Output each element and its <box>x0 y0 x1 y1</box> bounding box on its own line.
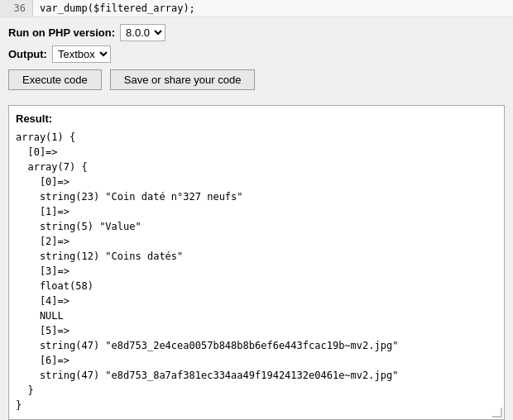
result-container: Result: array(1) { [0]=> array(7) { [0]=… <box>8 105 505 420</box>
output-select[interactable]: Textbox HTML <box>52 45 111 63</box>
output-label: Output: <box>8 48 47 60</box>
result-output: array(1) { [0]=> array(7) { [0]=> string… <box>16 130 497 413</box>
resize-handle[interactable] <box>492 408 502 418</box>
php-version-row: Run on PHP version: 8.0.0 7.4.0 7.3.0 5.… <box>8 24 505 41</box>
code-editor-line: 36 var_dump($filtered_array); <box>0 0 513 17</box>
result-label: Result: <box>16 112 497 125</box>
execute-button[interactable]: Execute code <box>8 69 102 90</box>
output-row: Output: Textbox HTML <box>8 45 505 63</box>
controls-area: Run on PHP version: 8.0.0 7.4.0 7.3.0 5.… <box>0 17 513 98</box>
line-number: 36 <box>0 0 33 17</box>
buttons-row: Execute code Save or share your code <box>8 69 505 90</box>
code-text: var_dump($filtered_array); <box>33 0 202 17</box>
php-version-select[interactable]: 8.0.0 7.4.0 7.3.0 5.6.0 <box>120 24 165 41</box>
php-version-label: Run on PHP version: <box>8 26 115 39</box>
save-share-button[interactable]: Save or share your code <box>110 69 256 90</box>
